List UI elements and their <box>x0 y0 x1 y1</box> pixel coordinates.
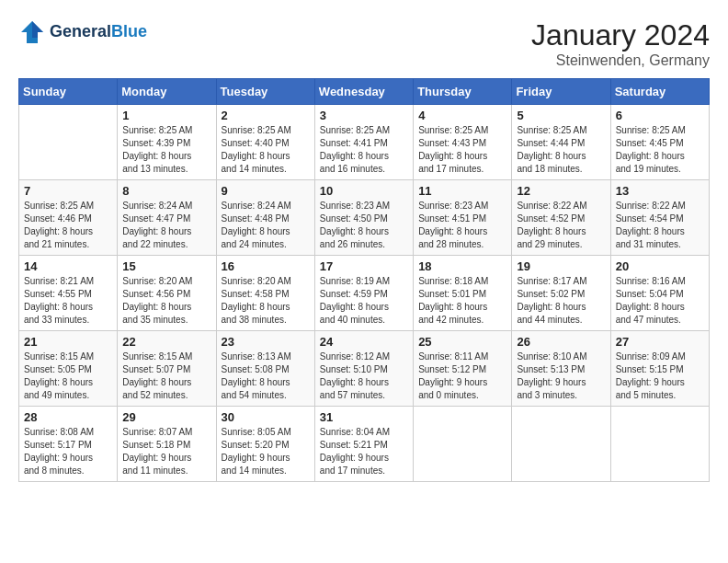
day-number: 7 <box>24 184 112 198</box>
day-info: Sunrise: 8:25 AMSunset: 4:46 PMDaylight:… <box>24 200 112 251</box>
day-info: Sunrise: 8:22 AMSunset: 4:52 PMDaylight:… <box>517 200 605 251</box>
day-info: Sunrise: 8:24 AMSunset: 4:47 PMDaylight:… <box>122 200 210 251</box>
day-info: Sunrise: 8:22 AMSunset: 4:54 PMDaylight:… <box>616 200 704 251</box>
page-header: GeneralBlue January 2024 Steinwenden, Ge… <box>18 18 710 69</box>
day-number: 17 <box>320 259 408 273</box>
day-info: Sunrise: 8:25 AMSunset: 4:41 PMDaylight:… <box>320 124 408 176</box>
page-title: January 2024 <box>531 18 710 52</box>
day-number: 28 <box>24 410 112 424</box>
day-info: Sunrise: 8:18 AMSunset: 5:01 PMDaylight:… <box>418 275 506 327</box>
calendar-cell: 22Sunrise: 8:15 AMSunset: 5:07 PMDayligh… <box>118 331 216 407</box>
day-number: 25 <box>418 335 506 349</box>
day-number: 24 <box>320 335 408 349</box>
day-number: 26 <box>517 335 605 349</box>
calendar-cell: 13Sunrise: 8:22 AMSunset: 4:54 PMDayligh… <box>610 180 709 256</box>
calendar-cell: 8Sunrise: 8:24 AMSunset: 4:47 PMDaylight… <box>118 180 216 256</box>
weekday-header: Tuesday <box>216 79 314 105</box>
day-info: Sunrise: 8:24 AMSunset: 4:48 PMDaylight:… <box>222 200 310 251</box>
day-number: 15 <box>122 259 210 273</box>
day-info: Sunrise: 8:17 AMSunset: 5:02 PMDaylight:… <box>517 275 605 327</box>
page-subtitle: Steinwenden, Germany <box>531 52 710 69</box>
svg-marker-1 <box>32 21 43 38</box>
day-info: Sunrise: 8:25 AMSunset: 4:43 PMDaylight:… <box>418 124 506 176</box>
weekday-header: Saturday <box>610 79 709 105</box>
day-info: Sunrise: 8:08 AMSunset: 5:17 PMDaylight:… <box>24 426 112 477</box>
day-info: Sunrise: 8:25 AMSunset: 4:40 PMDaylight:… <box>222 124 310 176</box>
calendar-cell: 10Sunrise: 8:23 AMSunset: 4:50 PMDayligh… <box>314 180 413 256</box>
day-number: 1 <box>122 109 210 122</box>
day-info: Sunrise: 8:12 AMSunset: 5:10 PMDaylight:… <box>320 350 408 402</box>
calendar-cell <box>610 407 709 482</box>
weekday-header: Friday <box>512 79 610 105</box>
calendar-cell: 19Sunrise: 8:17 AMSunset: 5:02 PMDayligh… <box>512 256 610 331</box>
calendar-table: SundayMondayTuesdayWednesdayThursdayFrid… <box>18 78 710 482</box>
calendar-cell: 1Sunrise: 8:25 AMSunset: 4:39 PMDaylight… <box>118 105 216 180</box>
calendar-cell: 6Sunrise: 8:25 AMSunset: 4:45 PMDaylight… <box>610 105 709 180</box>
calendar-cell: 11Sunrise: 8:23 AMSunset: 4:51 PMDayligh… <box>414 180 512 256</box>
day-number: 18 <box>418 259 506 273</box>
calendar-week-row: 21Sunrise: 8:15 AMSunset: 5:05 PMDayligh… <box>19 331 710 407</box>
day-number: 27 <box>616 335 704 349</box>
day-info: Sunrise: 8:10 AMSunset: 5:13 PMDaylight:… <box>517 350 605 402</box>
calendar-week-row: 7Sunrise: 8:25 AMSunset: 4:46 PMDaylight… <box>19 180 710 256</box>
calendar-cell: 27Sunrise: 8:09 AMSunset: 5:15 PMDayligh… <box>610 331 709 407</box>
weekday-header: Thursday <box>414 79 512 105</box>
calendar-cell: 28Sunrise: 8:08 AMSunset: 5:17 PMDayligh… <box>19 407 118 482</box>
day-number: 9 <box>222 184 310 198</box>
logo-text: GeneralBlue <box>50 23 147 41</box>
day-number: 13 <box>616 184 704 198</box>
calendar-cell: 18Sunrise: 8:18 AMSunset: 5:01 PMDayligh… <box>414 256 512 331</box>
calendar-cell: 20Sunrise: 8:16 AMSunset: 5:04 PMDayligh… <box>610 256 709 331</box>
calendar-cell: 21Sunrise: 8:15 AMSunset: 5:05 PMDayligh… <box>19 331 118 407</box>
calendar-week-row: 1Sunrise: 8:25 AMSunset: 4:39 PMDaylight… <box>19 105 710 180</box>
calendar-cell: 14Sunrise: 8:21 AMSunset: 4:55 PMDayligh… <box>19 256 118 331</box>
calendar-cell: 9Sunrise: 8:24 AMSunset: 4:48 PMDaylight… <box>216 180 314 256</box>
day-number: 11 <box>418 184 506 198</box>
calendar-week-row: 14Sunrise: 8:21 AMSunset: 4:55 PMDayligh… <box>19 256 710 331</box>
day-number: 8 <box>122 184 210 198</box>
day-info: Sunrise: 8:09 AMSunset: 5:15 PMDaylight:… <box>616 350 704 402</box>
day-number: 3 <box>320 109 408 122</box>
day-number: 14 <box>24 259 112 273</box>
day-info: Sunrise: 8:20 AMSunset: 4:58 PMDaylight:… <box>222 275 310 327</box>
calendar-cell: 12Sunrise: 8:22 AMSunset: 4:52 PMDayligh… <box>512 180 610 256</box>
calendar-cell: 4Sunrise: 8:25 AMSunset: 4:43 PMDaylight… <box>414 105 512 180</box>
calendar-cell: 17Sunrise: 8:19 AMSunset: 4:59 PMDayligh… <box>314 256 413 331</box>
day-info: Sunrise: 8:04 AMSunset: 5:21 PMDaylight:… <box>320 426 408 477</box>
day-info: Sunrise: 8:21 AMSunset: 4:55 PMDaylight:… <box>24 275 112 327</box>
day-info: Sunrise: 8:05 AMSunset: 5:20 PMDaylight:… <box>222 426 310 477</box>
day-number: 20 <box>616 259 704 273</box>
day-info: Sunrise: 8:23 AMSunset: 4:50 PMDaylight:… <box>320 200 408 251</box>
calendar-cell: 16Sunrise: 8:20 AMSunset: 4:58 PMDayligh… <box>216 256 314 331</box>
day-number: 30 <box>222 410 310 424</box>
day-info: Sunrise: 8:07 AMSunset: 5:18 PMDaylight:… <box>122 426 210 477</box>
day-number: 22 <box>122 335 210 349</box>
calendar-cell: 3Sunrise: 8:25 AMSunset: 4:41 PMDaylight… <box>314 105 413 180</box>
day-info: Sunrise: 8:13 AMSunset: 5:08 PMDaylight:… <box>222 350 310 402</box>
day-info: Sunrise: 8:15 AMSunset: 5:05 PMDaylight:… <box>24 350 112 402</box>
day-number: 6 <box>616 109 704 122</box>
logo: GeneralBlue <box>18 18 147 46</box>
calendar-cell: 25Sunrise: 8:11 AMSunset: 5:12 PMDayligh… <box>414 331 512 407</box>
day-number: 29 <box>122 410 210 424</box>
weekday-header: Monday <box>118 79 216 105</box>
day-number: 23 <box>222 335 310 349</box>
day-info: Sunrise: 8:25 AMSunset: 4:44 PMDaylight:… <box>517 124 605 176</box>
day-info: Sunrise: 8:11 AMSunset: 5:12 PMDaylight:… <box>418 350 506 402</box>
title-block: January 2024 Steinwenden, Germany <box>531 18 710 69</box>
calendar-cell: 2Sunrise: 8:25 AMSunset: 4:40 PMDaylight… <box>216 105 314 180</box>
day-info: Sunrise: 8:19 AMSunset: 4:59 PMDaylight:… <box>320 275 408 327</box>
calendar-cell: 5Sunrise: 8:25 AMSunset: 4:44 PMDaylight… <box>512 105 610 180</box>
day-number: 21 <box>24 335 112 349</box>
calendar-cell: 23Sunrise: 8:13 AMSunset: 5:08 PMDayligh… <box>216 331 314 407</box>
calendar-cell <box>19 105 118 180</box>
day-info: Sunrise: 8:25 AMSunset: 4:39 PMDaylight:… <box>122 124 210 176</box>
calendar-week-row: 28Sunrise: 8:08 AMSunset: 5:17 PMDayligh… <box>19 407 710 482</box>
calendar-cell <box>414 407 512 482</box>
logo-icon <box>18 18 46 46</box>
calendar-cell: 29Sunrise: 8:07 AMSunset: 5:18 PMDayligh… <box>118 407 216 482</box>
calendar-cell: 26Sunrise: 8:10 AMSunset: 5:13 PMDayligh… <box>512 331 610 407</box>
day-info: Sunrise: 8:25 AMSunset: 4:45 PMDaylight:… <box>616 124 704 176</box>
day-info: Sunrise: 8:16 AMSunset: 5:04 PMDaylight:… <box>616 275 704 327</box>
day-number: 2 <box>222 109 310 122</box>
